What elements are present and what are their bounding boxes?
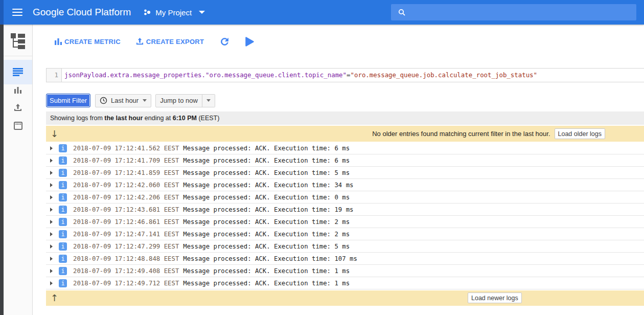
log-list: i 2018-07-09 17:12:41.562 EESTMessage pr… [46, 142, 644, 289]
info-severity-icon: i [59, 156, 67, 165]
log-entry-row[interactable]: i 2018-07-09 17:12:42.206 EESTMessage pr… [46, 191, 644, 204]
jump-to-now-label: Jump to now [160, 97, 198, 104]
resource-usage-icon [14, 122, 22, 130]
newer-logs-bar: ↑ Load newer logs [46, 290, 644, 306]
info-severity-icon: i [59, 230, 67, 238]
window-edge-bottom [0, 25, 4, 315]
info-severity-icon: i [59, 144, 67, 152]
expand-triangle-icon[interactable] [50, 232, 53, 236]
log-timestamp: 2018-07-09 17:12:41.709 EEST [73, 157, 179, 164]
submit-filter-button[interactable]: Submit Filter [46, 94, 90, 107]
log-entry-row[interactable]: i 2018-07-09 17:12:46.861 EESTMessage pr… [46, 216, 644, 228]
logs-toolbar: CREATE METRIC CREATE EXPORT [33, 25, 644, 58]
logs-icon [13, 68, 23, 76]
status-bar: Showing logs from the last hour ending a… [46, 111, 644, 125]
older-logs-message: No older entries found matching current … [372, 130, 550, 138]
log-timestamp: 2018-07-09 17:12:47.141 EEST [73, 231, 179, 238]
sidebar [4, 25, 33, 315]
jump-to-now-button[interactable]: Jump to now [155, 94, 202, 107]
log-entry-row[interactable]: i 2018-07-09 17:12:41.859 EESTMessage pr… [46, 167, 644, 179]
log-timestamp: 2018-07-09 17:12:42.060 EEST [73, 182, 179, 189]
log-message: Message processed: ACK. Execution time: … [183, 182, 353, 189]
window-edge-top [0, 0, 4, 25]
refresh-button[interactable] [219, 36, 230, 47]
jump-to-now-split-button: Jump to now [155, 94, 215, 107]
search-icon [398, 9, 406, 16]
log-message: Message processed: ACK. Execution time: … [183, 206, 353, 213]
create-export-label: CREATE EXPORT [146, 38, 204, 46]
info-severity-icon: i [59, 242, 67, 251]
log-message: Message processed: ACK. Execution time: … [183, 231, 350, 238]
info-severity-icon: i [59, 181, 67, 189]
expand-triangle-icon[interactable] [50, 281, 53, 285]
expand-triangle-icon[interactable] [50, 257, 53, 261]
expand-triangle-icon[interactable] [50, 208, 53, 212]
load-older-logs-button[interactable]: Load older logs [555, 128, 605, 139]
load-newer-logs-button[interactable]: Load newer logs [468, 292, 522, 303]
info-severity-icon: i [59, 206, 67, 214]
log-entry-row[interactable]: i 2018-07-09 17:12:49.408 EESTMessage pr… [46, 265, 644, 277]
line-number: 1 [47, 69, 62, 82]
filter-query-input[interactable]: jsonPayload.extra.message_properties."or… [62, 69, 644, 82]
create-metric-button[interactable]: CREATE METRIC [55, 38, 121, 46]
info-severity-icon: i [59, 279, 67, 287]
sidebar-item-resources[interactable] [4, 117, 32, 134]
menu-icon[interactable] [12, 9, 22, 16]
log-message: Message processed: ACK. Execution time: … [183, 218, 350, 226]
chevron-down-icon [206, 99, 211, 102]
chevron-down-icon [199, 11, 205, 14]
jump-options-button[interactable] [202, 94, 215, 107]
log-message: Message processed: ACK. Execution time: … [183, 280, 350, 287]
log-entry-row[interactable]: i 2018-07-09 17:12:48.848 EESTMessage pr… [46, 253, 644, 265]
bar-chart-icon [14, 86, 22, 94]
expand-triangle-icon[interactable] [50, 171, 53, 175]
expand-triangle-icon[interactable] [50, 183, 53, 187]
arrow-down-icon: ↓ [51, 128, 58, 139]
log-entry-row[interactable]: i 2018-07-09 17:12:49.712 EESTMessage pr… [46, 277, 644, 289]
log-message: Message processed: ACK. Execution time: … [183, 267, 350, 275]
play-button[interactable] [245, 37, 254, 47]
sidebar-item-exports[interactable] [4, 99, 32, 117]
log-message: Message processed: ACK. Execution time: … [183, 157, 350, 164]
log-entry-row[interactable]: i 2018-07-09 17:12:43.681 EESTMessage pr… [46, 204, 644, 216]
search-input[interactable] [391, 4, 636, 20]
upload-icon [14, 104, 22, 112]
info-severity-icon: i [59, 218, 67, 226]
project-name: My Project [155, 8, 192, 17]
time-range-dropdown[interactable]: Last hour [95, 94, 151, 107]
export-icon [136, 38, 144, 46]
clock-icon [100, 97, 107, 104]
log-timestamp: 2018-07-09 17:12:42.206 EEST [73, 194, 179, 201]
expand-triangle-icon[interactable] [50, 195, 53, 199]
expand-triangle-icon[interactable] [50, 220, 53, 224]
log-entry-row[interactable]: i 2018-07-09 17:12:41.709 EESTMessage pr… [46, 154, 644, 167]
create-export-button[interactable]: CREATE EXPORT [136, 38, 204, 46]
refresh-icon [219, 36, 230, 47]
expand-triangle-icon[interactable] [50, 159, 53, 163]
log-message: Message processed: ACK. Execution time: … [183, 145, 350, 152]
log-timestamp: 2018-07-09 17:12:48.848 EEST [73, 255, 179, 262]
filter-query-box[interactable]: 1 jsonPayload.extra.message_properties."… [46, 68, 644, 82]
log-timestamp: 2018-07-09 17:12:47.299 EEST [73, 243, 179, 250]
project-icon [143, 8, 151, 16]
app-header: Google Cloud Platform My Project [0, 0, 644, 25]
log-entry-row[interactable]: i 2018-07-09 17:12:47.141 EESTMessage pr… [46, 228, 644, 240]
sidebar-item-metrics[interactable] [4, 81, 32, 99]
log-message: Message processed: ACK. Execution time: … [183, 255, 357, 262]
log-entry-row[interactable]: i 2018-07-09 17:12:42.060 EESTMessage pr… [46, 179, 644, 191]
metric-icon [55, 38, 62, 45]
log-timestamp: 2018-07-09 17:12:41.859 EEST [73, 169, 179, 176]
expand-triangle-icon[interactable] [50, 244, 53, 249]
info-severity-icon: i [59, 193, 67, 201]
project-switcher[interactable]: My Project [143, 8, 205, 17]
log-message: Message processed: ACK. Execution time: … [183, 243, 350, 250]
log-entry-row[interactable]: i 2018-07-09 17:12:47.299 EESTMessage pr… [46, 240, 644, 253]
filter-controls: Submit Filter Last hour Jump to now [46, 94, 644, 107]
create-metric-label: CREATE METRIC [64, 38, 121, 46]
log-timestamp: 2018-07-09 17:12:49.408 EEST [73, 267, 179, 275]
logging-logo-icon[interactable] [4, 25, 32, 56]
expand-triangle-icon[interactable] [50, 146, 53, 150]
older-logs-bar: ↓ No older entries found matching curren… [46, 126, 644, 142]
log-entry-row[interactable]: i 2018-07-09 17:12:41.562 EESTMessage pr… [46, 142, 644, 154]
expand-triangle-icon[interactable] [50, 269, 53, 273]
